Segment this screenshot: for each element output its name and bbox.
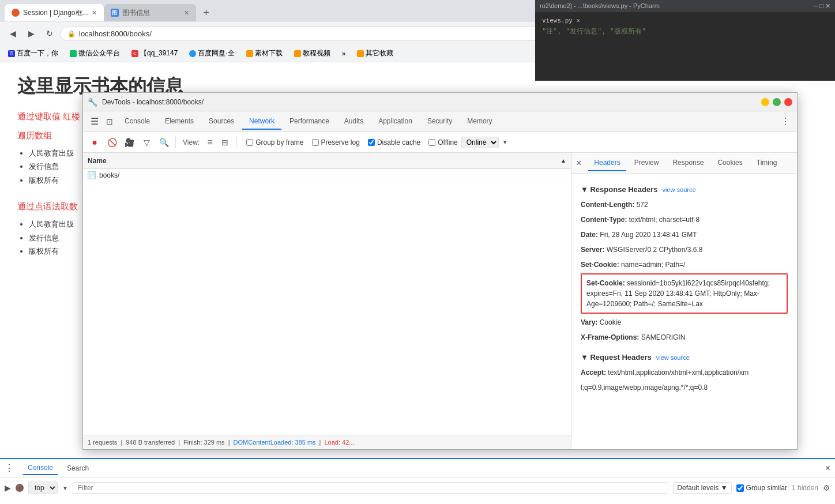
tab-console[interactable]: Console [118,114,157,130]
header-accept-cont: l;q=0.9,image/webp,image/apng,*/*;q=0.8 [581,381,788,394]
header-val-accept-cont: l;q=0.9,image/webp,image/apng,*/*;q=0.8 [581,383,708,392]
headers-tab-headers[interactable]: Headers [588,155,626,171]
request-view-source-button[interactable]: view source [656,354,690,361]
close-headers-panel[interactable]: × [576,158,581,168]
header-vary: Vary: Cookie [581,316,788,329]
devtools-tabs: ☰ ⊡ Console Elements Sources Network Per… [83,111,797,132]
view-tree-btn[interactable]: ⊟ [218,136,232,149]
tab-security[interactable]: Security [420,114,459,130]
search-button[interactable]: 🔍 [157,136,171,149]
console-gear-icon[interactable]: ⚙ [823,483,830,492]
console-bar-tab-row: ⋮ Console Search × [0,459,835,477]
group-similar-checkbox[interactable]: Group similar [736,484,787,492]
header-key-date: Date: [581,231,598,239]
tab-1[interactable]: Session | Django框... ✕ [5,4,104,21]
bookmark-material[interactable]: 素材下载 [243,47,286,59]
header-val-vary: Cookie [600,318,621,326]
tab-audits[interactable]: Audits [337,114,370,130]
group-similar-input[interactable] [736,484,744,492]
preserve-log-input[interactable] [312,139,319,146]
add-tab-button[interactable]: + [198,5,215,21]
headers-tab-timing[interactable]: Timing [751,155,783,171]
hidden-count: 1 hidden [792,484,818,492]
tab-memory[interactable]: Memory [460,114,499,130]
network-toolbar: ● 🚫 🎥 ▽ 🔍 View: ≡ ⊟ Group by frame Prese… [83,132,797,153]
pycharm-panel: ro2\demo2] - ...\books\views.py - PyChar… [535,0,835,81]
bookmark-qq[interactable]: C 【qq_39147 [128,47,181,59]
console-tab-search[interactable]: Search [62,462,93,475]
network-status-bar: 1 requests | 948 B transferred | Finish:… [83,435,571,449]
pycharm-title-text: ro2\demo2] - ...\books\views.py - PyChar… [540,2,660,10]
reload-button[interactable]: ↻ [42,25,58,42]
bookmark-other[interactable]: 其它收藏 [353,47,397,59]
headers-tab-response[interactable]: Response [667,155,709,171]
sort-icon: ▲ [561,157,566,164]
tab-1-close[interactable]: ✕ [92,9,97,17]
network-column-header: Name ▲ [83,153,571,169]
filter-button[interactable]: ▽ [140,136,153,149]
offline-checkbox[interactable]: Offline [428,138,457,146]
devtools-minimize[interactable] [761,98,769,106]
transferred-size: 948 B transferred [126,439,175,446]
console-context-select[interactable]: top [28,482,58,494]
levels-dropdown-icon: ▼ [721,484,728,492]
address-text: localhost:8000/books/ [79,29,152,38]
tab-performance[interactable]: Performance [283,114,336,130]
stop-button[interactable]: 🚫 [105,136,119,149]
view-list-btn[interactable]: ≡ [203,136,217,149]
devtools-close[interactable] [784,98,792,106]
back-button[interactable]: ◀ [5,25,21,42]
disable-cache-input[interactable] [368,139,375,146]
tab-1-title: Session | Django框... [23,8,88,18]
headers-tab-preview[interactable]: Preview [629,155,665,171]
devtools-undock-btn[interactable]: ⊡ [103,115,116,129]
header-content-type: Content-Type: text/html; charset=utf-8 [581,213,788,226]
tab-application[interactable]: Application [371,114,419,130]
tab-2[interactable]: 图 图书信息 ✕ [104,4,196,21]
bookmark-baidu[interactable]: 百 百度一下，你 [5,47,62,59]
devtools-body: Name ▲ 📄 books/ 1 requests | 948 B trans… [83,153,797,449]
headers-tab-cookies[interactable]: Cookies [712,155,748,171]
bookmark-baiduyun[interactable]: 百度网盘·全 [186,47,238,59]
console-filter-input[interactable] [73,482,668,494]
disable-cache-checkbox[interactable]: Disable cache [368,138,420,146]
console-tab-console[interactable]: Console [23,461,58,475]
requests-count: 1 requests [88,439,117,446]
tab-network[interactable]: Network [242,114,281,130]
bookmark-tutorial[interactable]: 教程视频 [291,47,334,59]
header-x-frame-options: X-Frame-Options: SAMEORIGIN [581,331,788,344]
bookmark-more[interactable]: » [338,48,349,59]
tab-2-close[interactable]: ✕ [184,9,189,17]
tab-1-favicon [12,9,20,17]
pycharm-tab[interactable]: views.py × [542,17,580,24]
network-list: Name ▲ 📄 books/ 1 requests | 948 B trans… [83,153,571,449]
headers-tabs-bar: × Headers Preview Response Cookies Timin… [571,153,797,174]
group-by-frame-checkbox[interactable]: Group by frame [246,138,303,146]
console-stop-btn[interactable]: 🚫 [16,484,24,492]
console-bar-close-btn[interactable]: × [825,463,830,473]
devtools-maximize[interactable] [773,98,781,106]
table-row[interactable]: 📄 books/ [83,169,571,182]
view-source-button[interactable]: view source [663,186,696,193]
view-buttons: ≡ ⊟ [203,136,232,149]
console-levels-select[interactable]: Default levels ▼ [673,482,731,494]
tab-elements[interactable]: Elements [158,114,201,130]
tab-sources[interactable]: Sources [202,114,241,130]
lock-icon: 🔒 [67,30,76,37]
console-levels-label: Default levels [677,484,719,492]
record-button[interactable]: ● [88,136,101,149]
pycharm-close[interactable]: ─ □ ✕ [813,2,830,10]
header-key-vary: Vary: [581,318,597,326]
bookmark-wechat[interactable]: 微信公众平台 [66,47,123,59]
forward-button[interactable]: ▶ [23,25,39,42]
header-val-content-type: text/html; charset=utf-8 [629,216,699,224]
clear-button[interactable]: 🎥 [122,136,136,149]
devtools-more-tabs[interactable]: ⋮ [778,114,792,129]
preserve-log-checkbox[interactable]: Preserve log [312,138,360,146]
throttling-select[interactable]: Online [461,137,499,148]
devtools-titlebar: 🔧 DevTools - localhost:8000/books/ [83,93,797,111]
devtools-toggle-btn[interactable]: ☰ [88,115,101,129]
console-menu-icon[interactable]: ⋮ [5,462,14,473]
group-by-frame-input[interactable] [246,139,253,146]
offline-input[interactable] [428,139,435,146]
